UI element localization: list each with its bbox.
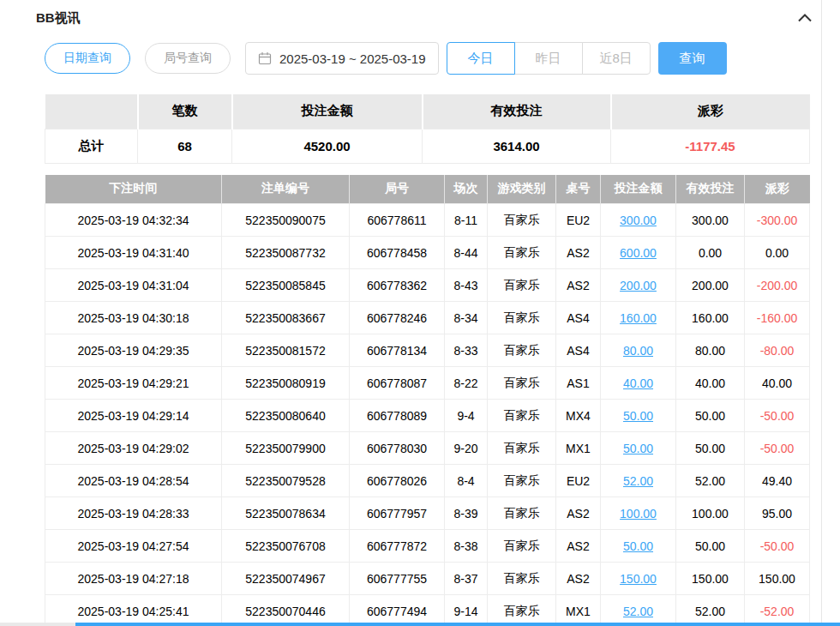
table-row: 2025-03-19 04:28:54522350079528606778026…: [45, 465, 810, 497]
bet-amount-link[interactable]: 300.00: [620, 214, 657, 227]
summary-total-label: 总计: [45, 129, 138, 163]
cell-bet: 100.00: [601, 497, 676, 530]
cell-time: 2025-03-19 04:31:40: [45, 237, 222, 269]
cell-table-no: MX1: [556, 595, 601, 626]
cell-order-no: 522350079528: [222, 465, 350, 497]
date-query-tab[interactable]: 日期查询: [45, 43, 130, 74]
cell-payout: -300.00: [745, 204, 810, 237]
cell-game-type: 百家乐: [488, 204, 556, 237]
summary-header-bet-amount: 投注金额: [232, 94, 423, 129]
records-header-row: 下注时间 注单编号 局号 场次 游戏类别 桌号 投注金额 有效投注 派彩: [45, 175, 810, 204]
tab-last-8-days[interactable]: 近8日: [582, 42, 651, 75]
summary-header-count: 笔数: [138, 94, 232, 129]
bet-amount-link[interactable]: 160.00: [620, 311, 657, 325]
cell-game-type: 百家乐: [488, 595, 556, 626]
cell-bet: 150.00: [601, 563, 676, 595]
cell-time: 2025-03-19 04:29:14: [45, 400, 222, 432]
summary-header-payout: 派彩: [611, 94, 810, 129]
cell-valid: 50.00: [676, 530, 745, 563]
cell-valid: 0.00: [676, 237, 745, 269]
cell-time: 2025-03-19 04:30:18: [45, 302, 222, 334]
bet-amount-link[interactable]: 52.00: [623, 605, 653, 618]
cell-bet: 50.00: [601, 530, 676, 563]
bet-amount-link[interactable]: 100.00: [620, 507, 657, 521]
bet-amount-link[interactable]: 600.00: [620, 246, 657, 260]
cell-game-type: 百家乐: [488, 334, 556, 367]
bet-amount-link[interactable]: 50.00: [623, 409, 653, 423]
cell-game-type: 百家乐: [488, 302, 556, 334]
vertical-scrollbar-track[interactable]: [821, 0, 822, 623]
cell-round-no: 606778134: [350, 334, 445, 367]
cell-payout: -50.00: [745, 400, 810, 432]
cell-table-no: AS2: [556, 497, 601, 530]
cell-payout: -50.00: [745, 432, 810, 465]
cell-round-no: 606777957: [350, 497, 445, 530]
collapse-panel-button[interactable]: [795, 10, 815, 27]
cell-game-type: 百家乐: [488, 269, 556, 302]
cell-game-type: 百家乐: [488, 432, 556, 465]
bet-amount-link[interactable]: 52.00: [623, 474, 653, 488]
panel-header: BB视讯: [36, 0, 810, 27]
bet-amount-link[interactable]: 200.00: [620, 279, 657, 292]
cell-time: 2025-03-19 04:28:54: [45, 465, 222, 497]
cell-order-no: 522350081572: [222, 334, 350, 367]
cell-table-no: AS2: [556, 269, 601, 302]
bet-amount-link[interactable]: 40.00: [623, 376, 653, 390]
horizontal-scrollbar-thumb[interactable]: [75, 623, 840, 626]
filter-bar: 日期查询 局号查询 2025-03-19 ~ 2025-03-19 今日 昨日 …: [45, 42, 810, 75]
tab-today[interactable]: 今日: [447, 42, 515, 75]
cell-round-no: 606778089: [350, 400, 445, 432]
col-header-session: 场次: [445, 175, 488, 204]
cell-table-no: MX1: [556, 432, 601, 465]
cell-order-no: 522350085845: [222, 269, 350, 302]
cell-payout: 95.00: [745, 497, 810, 530]
round-query-tab[interactable]: 局号查询: [145, 43, 231, 74]
summary-bet-amount-value: 4520.00: [232, 129, 423, 163]
cell-session: 8-11: [445, 204, 488, 237]
tab-yesterday[interactable]: 昨日: [514, 42, 583, 75]
cell-order-no: 522350083667: [222, 302, 350, 334]
col-header-valid-bet: 有效投注: [676, 175, 745, 204]
cell-game-type: 百家乐: [488, 563, 556, 595]
cell-order-no: 522350076708: [222, 530, 350, 563]
bet-amount-link[interactable]: 150.00: [620, 572, 657, 586]
cell-table-no: MX4: [556, 400, 601, 432]
search-button[interactable]: 查询: [658, 42, 727, 75]
cell-order-no: 522350080640: [222, 400, 350, 432]
table-row: 2025-03-19 04:31:40522350087732606778458…: [45, 237, 810, 269]
cell-time: 2025-03-19 04:32:34: [45, 204, 222, 237]
cell-table-no: EU2: [556, 204, 601, 237]
cell-round-no: 606778362: [350, 269, 445, 302]
summary-header-row: 笔数 投注金额 有效投注 派彩: [45, 94, 810, 129]
cell-time: 2025-03-19 04:28:33: [45, 497, 222, 530]
cell-session: 8-22: [445, 367, 488, 400]
cell-bet: 200.00: [601, 269, 676, 302]
col-header-table-no: 桌号: [556, 175, 601, 204]
horizontal-scrollbar[interactable]: [0, 623, 840, 626]
cell-payout: -80.00: [745, 334, 810, 367]
cell-valid: 80.00: [676, 334, 745, 367]
calendar-icon: [258, 51, 272, 65]
cell-payout: -52.00: [745, 595, 810, 626]
table-row: 2025-03-19 04:28:33522350078634606777957…: [45, 497, 810, 530]
table-row: 2025-03-19 04:29:14522350080640606778089…: [45, 400, 810, 432]
cell-time: 2025-03-19 04:27:18: [45, 563, 222, 595]
cell-game-type: 百家乐: [488, 400, 556, 432]
cell-order-no: 522350074967: [222, 563, 350, 595]
cell-order-no: 522350087732: [222, 237, 350, 269]
date-range-picker[interactable]: 2025-03-19 ~ 2025-03-19: [245, 42, 439, 75]
bet-amount-link[interactable]: 50.00: [623, 539, 653, 553]
cell-session: 9-14: [445, 595, 488, 626]
bet-amount-link[interactable]: 50.00: [623, 442, 653, 455]
col-header-game-type: 游戏类别: [488, 175, 556, 204]
bet-amount-link[interactable]: 80.00: [623, 344, 653, 358]
cell-bet: 40.00: [601, 367, 676, 400]
cell-game-type: 百家乐: [488, 367, 556, 400]
cell-valid: 40.00: [676, 367, 745, 400]
cell-bet: 50.00: [601, 432, 676, 465]
table-row: 2025-03-19 04:30:18522350083667606778246…: [45, 302, 810, 334]
cell-session: 8-37: [445, 563, 488, 595]
cell-bet: 80.00: [601, 334, 676, 367]
cell-valid: 50.00: [676, 432, 745, 465]
cell-order-no: 522350070446: [222, 595, 350, 626]
